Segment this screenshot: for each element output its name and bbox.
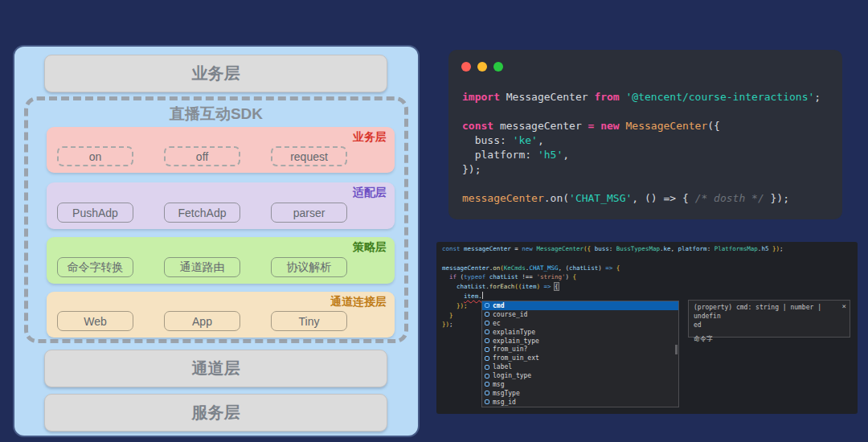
field-icon — [485, 365, 489, 370]
suggestion-label: from_uin? — [493, 346, 527, 353]
diagram-node: Web — [57, 311, 133, 331]
suggestion-label: label — [493, 363, 512, 370]
suggestion-label: from_uin_ext — [493, 354, 539, 362]
field-icon — [485, 374, 489, 379]
suggestion-item[interactable]: explainType — [482, 328, 678, 337]
field-icon — [485, 382, 489, 387]
code-line: messageCenter.on('CHAT_MSG', () => { /* … — [462, 191, 821, 206]
channel-layer-box: 通道层 — [44, 350, 387, 387]
suggestion-item[interactable]: msg_id — [482, 398, 678, 407]
dropdown-scrollbar[interactable] — [675, 345, 678, 354]
zoom-window-icon[interactable] — [493, 62, 503, 72]
layer-adapter-label: 适配层 — [353, 186, 387, 200]
sdk-dashed-container: 直播互动SDK 业务层 onoffrequest 适配层 PushAdpFetc… — [24, 96, 408, 343]
layer-business-nodes: onoffrequest — [57, 146, 347, 166]
diagram-node: 协议解析 — [271, 257, 347, 277]
diagram-node: App — [164, 311, 240, 331]
diagram-node: 命令字转换 — [57, 257, 133, 277]
field-icon — [485, 321, 489, 325]
layer-strategy-label: 策略层 — [353, 240, 387, 255]
diagram-node: Tiny — [271, 311, 347, 331]
code-line: const messageCenter = new MessageCenter(… — [442, 244, 783, 254]
diagram-node: off — [164, 146, 240, 166]
diagram-node: on — [57, 146, 133, 166]
layer-adapter: 适配层 PushAdpFetchAdpparser — [47, 182, 395, 229]
suggestion-label: course_id — [493, 311, 527, 318]
suggestion-label: explain_type — [493, 338, 539, 345]
layer-business-label: 业务层 — [353, 130, 387, 145]
layer-channel-connect: 通道连接层 WebAppTiny — [47, 292, 395, 338]
minimize-window-icon[interactable] — [477, 62, 487, 72]
suggestion-label: ec — [493, 320, 501, 327]
layer-business: 业务层 onoffrequest — [47, 127, 395, 173]
close-icon[interactable]: × — [842, 302, 846, 311]
field-icon — [485, 356, 489, 361]
suggestion-item[interactable]: msg — [482, 380, 678, 389]
suggestion-item[interactable]: login_type — [482, 371, 678, 380]
suggestion-label: msg — [493, 381, 504, 388]
code-line — [442, 254, 783, 264]
field-icon — [485, 303, 489, 308]
suggestion-item[interactable]: msgType — [482, 389, 678, 398]
suggestion-item[interactable]: from_uin? — [482, 345, 678, 354]
diagram-node: parser — [271, 203, 347, 223]
field-icon — [485, 329, 489, 334]
tooltip-doc: 命令字 — [694, 334, 840, 343]
layer-strategy-nodes: 命令字转换通道路由协议解析 — [57, 257, 347, 277]
tooltip-signature-line2: ed — [694, 321, 840, 329]
suggestion-item[interactable]: ec — [482, 319, 678, 328]
suggestion-label: explainType — [493, 329, 535, 336]
suggestion-label: msgType — [493, 390, 520, 397]
layer-adapter-nodes: PushAdpFetchAdpparser — [57, 203, 347, 223]
business-layer-box: 业务层 — [44, 55, 387, 92]
vscode-editor: const messageCenter = new MessageCenter(… — [436, 242, 858, 414]
close-window-icon[interactable] — [461, 62, 471, 72]
diagram-node: 通道路由 — [164, 257, 240, 277]
text-cursor — [482, 292, 483, 299]
field-icon — [485, 391, 489, 395]
suggestion-item[interactable]: label — [482, 362, 678, 371]
code-line: }); — [462, 162, 821, 177]
layer-channel-connect-nodes: WebAppTiny — [57, 311, 347, 331]
slide-canvas: { "colors": { "canvas_bg": "#202c58", "p… — [0, 0, 868, 442]
sample-code: import MessageCenter from '@tencent/cour… — [462, 90, 821, 206]
field-icon — [485, 312, 489, 317]
layer-channel-connect-label: 通道连接层 — [330, 295, 387, 309]
code-line — [462, 177, 821, 191]
suggestion-label: cmd — [493, 302, 504, 309]
code-line: chatList.forEach((item) => { — [442, 282, 783, 292]
layer-strategy: 策略层 命令字转换通道路由协议解析 — [47, 237, 395, 284]
field-icon — [485, 399, 489, 404]
code-window-sample: import MessageCenter from '@tencent/cour… — [448, 50, 842, 219]
code-line: messageCenter.on(KeCmds.CHAT_MSG, (chatL… — [442, 264, 783, 273]
code-line: import MessageCenter from '@tencent/cour… — [462, 90, 821, 104]
code-line: const messageCenter = new MessageCenter(… — [462, 119, 821, 133]
diagram-node: PushAdp — [57, 203, 133, 223]
suggestion-item[interactable]: explain_type — [482, 337, 678, 346]
suggestion-label: login_type — [493, 372, 531, 379]
autocomplete-dropdown[interactable]: cmdcourse_idecexplainTypeexplain_typefro… — [481, 301, 679, 407]
sdk-title: 直播互动SDK — [28, 104, 404, 125]
service-layer-box: 服务层 — [44, 394, 387, 432]
code-line: if (typeof chatList !== 'string') { — [442, 272, 783, 282]
suggestion-label: msg_id — [493, 399, 516, 406]
code-line: buss: 'ke', — [462, 133, 821, 148]
field-icon — [485, 338, 489, 343]
field-icon — [485, 347, 489, 352]
suggestion-detail-tooltip: × (property) cmd: string | number | unde… — [688, 300, 850, 338]
diagram-node: request — [271, 146, 347, 166]
code-line — [462, 104, 821, 119]
code-line: platform: 'h5', — [462, 148, 821, 162]
window-controls — [461, 62, 503, 72]
suggestion-item[interactable]: from_uin_ext — [482, 354, 678, 362]
suggestion-item[interactable]: course_id — [482, 310, 678, 319]
diagram-node: FetchAdp — [164, 203, 240, 223]
tooltip-signature-line1: (property) cmd: string | number | undefi… — [694, 303, 840, 321]
architecture-panel: 业务层 直播互动SDK 业务层 onoffrequest 适配层 PushAdp… — [14, 47, 418, 436]
suggestion-item[interactable]: cmd — [482, 301, 678, 310]
